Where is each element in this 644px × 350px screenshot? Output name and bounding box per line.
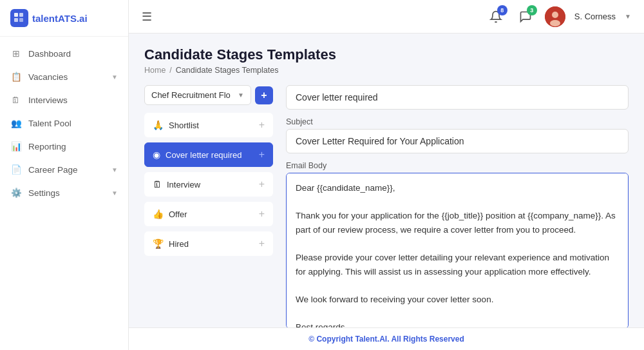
sidebar-item-label: Career Page [28,165,78,175]
sidebar-item-label: Interviews [28,95,68,105]
breadcrumb-current: Candidate Stages Templates [176,66,279,75]
svg-rect-2 [14,18,18,22]
svg-rect-3 [19,18,23,22]
sidebar-item-label: Dashboard [28,49,71,59]
chat-badge: 3 [527,5,537,15]
email-body-section: Email Body Dear {{candidate_name}}, Than… [286,161,629,327]
interview-icon: 🗓 [153,179,162,190]
talent-pool-icon: 👥 [10,117,22,129]
editor-panel: Subject Email Body Dear {{candidate_name… [286,85,629,327]
career-page-icon: 📄 [10,164,22,175]
stage-add-icon[interactable]: + [259,119,265,131]
stage-cover-letter[interactable]: ◉ Cover letter required + [144,142,273,167]
hamburger-menu[interactable]: ☰ [142,10,152,24]
avatar [545,6,565,27]
breadcrumb: Home / Candidate Stages Templates [144,66,629,75]
subject-label: Subject [286,117,629,126]
sidebar-item-reporting[interactable]: 📊 Reporting [0,135,128,158]
chat-notification-button[interactable]: 3 [515,6,536,27]
flow-dropdown-value: Chef Recruitment Flo [151,90,231,100]
interviews-icon: 🗓 [10,94,22,106]
logo-icon [10,9,28,27]
user-dropdown-arrow[interactable]: ▼ [625,13,631,20]
logo: talentATS.ai [0,0,128,37]
chevron-down-icon: ▼ [111,166,118,173]
stage-label: Offer [169,209,254,219]
sidebar-item-vacancies[interactable]: 📋 Vacancies ▼ [0,65,128,88]
svg-rect-0 [14,13,18,17]
topbar-left: ☰ [142,10,152,24]
stage-add-icon[interactable]: + [259,149,265,160]
sidebar-item-dashboard[interactable]: ⊞ Dashboard [0,42,128,65]
sidebar-item-settings[interactable]: ⚙️ Settings ▼ [0,181,128,204]
sidebar-item-interviews[interactable]: 🗓 Interviews [0,88,128,112]
topbar: ☰ 8 3 [129,0,644,34]
template-name-input[interactable] [286,85,629,110]
sidebar-item-label: Reporting [28,142,66,151]
stage-add-icon[interactable]: + [259,208,265,220]
logo-text: talentATS.ai [32,13,88,24]
stage-interview[interactable]: 🗓 Interview + [144,172,273,197]
stage-add-icon[interactable]: + [259,238,265,249]
reporting-icon: 📊 [10,141,22,152]
bell-badge: 8 [497,5,507,15]
sidebar-item-career-page[interactable]: 📄 Career Page ▼ [0,158,128,181]
content-body: Chef Recruitment Flo ▼ + 🙏 Shortlist + ◉… [144,85,629,327]
svg-point-5 [552,12,558,18]
stage-hired[interactable]: 🏆 Hired + [144,231,273,256]
breadcrumb-home[interactable]: Home [144,66,166,75]
footer: © Copyright Talent.AI. All Rights Reserv… [129,327,644,350]
offer-icon: 👍 [153,209,164,219]
stage-label: Hired [169,239,254,249]
flow-dropdown[interactable]: Chef Recruitment Flo ▼ [144,85,251,105]
stage-add-icon[interactable]: + [259,179,265,190]
stage-offer[interactable]: 👍 Offer + [144,202,273,226]
footer-text-prefix: © Copyright [308,335,355,344]
vacancies-icon: 📋 [10,71,22,83]
hired-icon: 🏆 [153,238,164,249]
stage-label: Shortlist [169,121,254,130]
stage-label: Cover letter required [166,150,254,160]
email-body-textarea[interactable]: Dear {{candidate_name}}, Thank you for y… [286,173,629,327]
svg-point-6 [550,20,560,26]
main-area: ☰ 8 3 [129,0,644,350]
sidebar-item-talent-pool[interactable]: 👥 Talent Pool [0,112,128,135]
svg-rect-1 [19,13,23,17]
chevron-down-icon: ▼ [238,92,244,99]
cover-letter-icon: ◉ [153,150,160,160]
stage-shortlist[interactable]: 🙏 Shortlist + [144,113,273,137]
sidebar-item-label: Vacancies [28,72,68,82]
footer-brand: Talent.AI [355,335,387,344]
add-flow-button[interactable]: + [255,86,273,104]
sidebar-item-label: Talent Pool [28,119,71,128]
breadcrumb-separator: / [169,66,171,75]
subject-section: Subject [286,117,629,153]
chevron-down-icon: ▼ [111,73,118,81]
email-body-label: Email Body [286,161,629,170]
topbar-right: 8 3 S. Corness ▼ [486,6,631,27]
user-name[interactable]: S. Corness [574,12,616,21]
settings-icon: ⚙️ [10,187,22,199]
sidebar-item-label: Settings [28,188,60,198]
flow-selector: Chef Recruitment Flo ▼ + [144,85,273,105]
chevron-down-icon: ▼ [111,190,118,197]
stages-panel: Chef Recruitment Flo ▼ + 🙏 Shortlist + ◉… [144,85,273,327]
page-title: Candidate Stages Templates [144,46,629,63]
stage-label: Interview [167,180,254,190]
sidebar-nav: ⊞ Dashboard 📋 Vacancies ▼ 🗓 Interviews 👥… [0,37,128,350]
shortlist-icon: 🙏 [153,120,164,130]
bell-notification-button[interactable]: 8 [486,6,506,27]
sidebar: talentATS.ai ⊞ Dashboard 📋 Vacancies ▼ 🗓… [0,0,129,350]
subject-input[interactable] [286,129,629,153]
content-area: Candidate Stages Templates Home / Candid… [129,34,644,327]
footer-text-suffix: . All Rights Reserved [387,335,464,344]
dashboard-icon: ⊞ [10,48,22,59]
